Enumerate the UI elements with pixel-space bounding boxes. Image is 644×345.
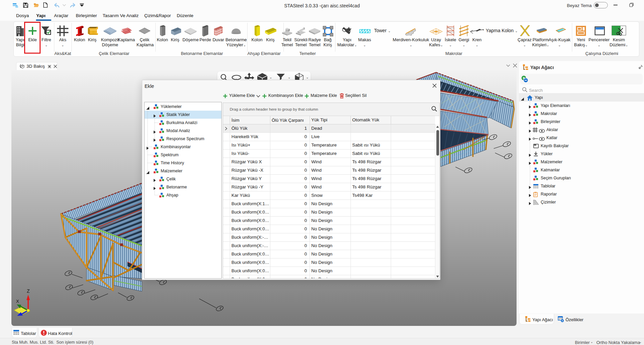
svg-text:X: X bbox=[16, 299, 19, 304]
svg-text:Z: Z bbox=[27, 288, 30, 294]
